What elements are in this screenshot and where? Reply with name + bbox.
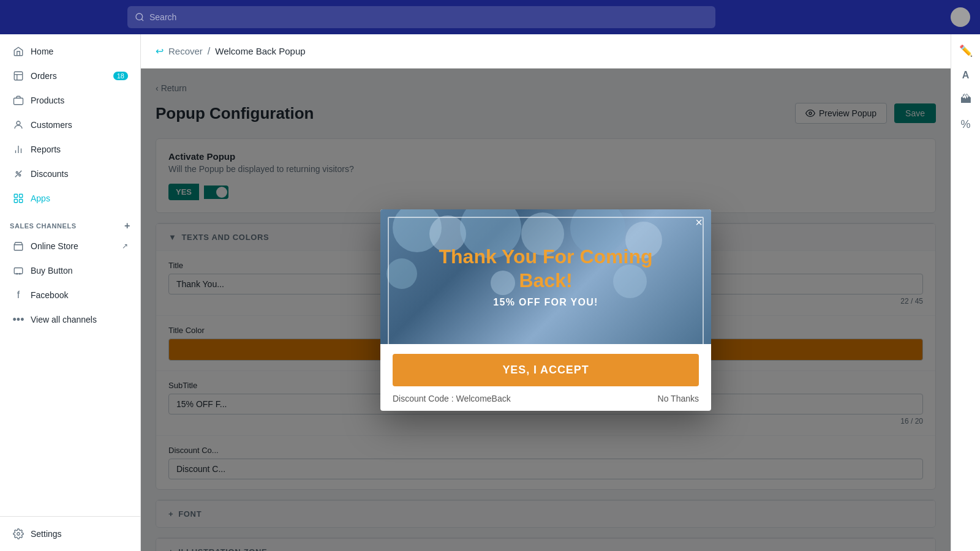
font-icon[interactable]: A: [962, 70, 970, 81]
external-link-icon[interactable]: ↗: [122, 242, 128, 250]
sidebar-item-orders[interactable]: Orders 18: [2, 64, 138, 88]
modal-discount-label: Discount Code : WelcomeBack: [393, 394, 511, 403]
sidebar-item-facebook-label: Facebook: [31, 290, 68, 300]
top-bar: [0, 0, 980, 34]
svg-point-10: [16, 171, 18, 173]
edit-icon[interactable]: ✏️: [959, 44, 973, 58]
modal-no-thanks-button[interactable]: No Thanks: [658, 394, 699, 403]
customers-icon: [12, 119, 24, 131]
sidebar-item-reports[interactable]: Reports: [2, 137, 138, 162]
svg-rect-14: [20, 194, 23, 197]
breadcrumb-current: Welcome Back Popup: [215, 46, 305, 56]
svg-point-0: [136, 13, 143, 20]
modal-body: YES, I ACCEPT: [380, 344, 711, 386]
settings-icon: [12, 528, 24, 540]
sidebar-item-apps-label: Apps: [31, 193, 50, 203]
svg-point-11: [19, 174, 21, 176]
modal-close-button[interactable]: ×: [695, 216, 703, 230]
svg-rect-5: [14, 98, 23, 105]
svg-rect-13: [14, 194, 17, 197]
avatar: [951, 7, 970, 27]
svg-rect-17: [14, 268, 23, 274]
modal-overlay[interactable]: × Thank: [141, 69, 951, 551]
discounts-icon: [12, 168, 24, 180]
orders-icon: [12, 70, 24, 82]
sidebar-item-discounts-label: Discounts: [31, 169, 68, 179]
sidebar-item-apps[interactable]: Apps: [2, 186, 138, 211]
breadcrumb-separator: /: [208, 46, 210, 57]
online-store-icon: [12, 240, 24, 252]
sidebar-item-facebook[interactable]: f Facebook: [2, 283, 138, 307]
sidebar-item-buy-button-label: Buy Button: [31, 266, 73, 276]
add-channel-button[interactable]: +: [124, 220, 130, 231]
sidebar-item-buy-button[interactable]: Buy Button: [2, 258, 138, 283]
sidebar-item-online-store-label: Online Store: [31, 241, 78, 251]
svg-point-20: [17, 533, 20, 536]
svg-rect-15: [14, 200, 17, 203]
illustration-icon[interactable]: 🏔: [960, 93, 971, 106]
recover-icon: ↩: [156, 45, 164, 57]
sales-channels-title: SALES CHANNELS: [10, 222, 77, 230]
search-bar[interactable]: [127, 6, 715, 28]
sidebar-item-orders-label: Orders: [31, 71, 57, 81]
facebook-icon: f: [12, 289, 24, 301]
svg-rect-2: [14, 72, 23, 80]
breadcrumb-recover-link[interactable]: Recover: [168, 46, 203, 56]
sidebar-item-products-label: Products: [31, 96, 64, 105]
right-sidebar: ✏️ A 🏔 %: [951, 34, 980, 551]
page-content: ‹ Return Popup Configuration Preview Pop…: [141, 69, 951, 551]
sidebar-item-home[interactable]: Home: [2, 39, 138, 64]
sidebar-item-settings-label: Settings: [31, 529, 62, 539]
apps-icon: [12, 192, 24, 204]
buy-button-icon: [12, 264, 24, 277]
reports-icon: [12, 143, 24, 156]
modal-subtitle: 15% OFF FOR YOU!: [493, 297, 598, 308]
orders-badge: 18: [113, 72, 128, 80]
sidebar-item-discounts[interactable]: Discounts: [2, 162, 138, 186]
view-all-channels-label: View all channels: [31, 315, 97, 324]
home-icon: [12, 45, 24, 58]
sidebar: Home Orders 18 Products Customers: [0, 34, 141, 551]
svg-point-18: [17, 274, 18, 275]
ellipsis-icon: •••: [12, 313, 24, 326]
content-area: ↩ Recover / Welcome Back Popup ‹ Return …: [141, 34, 951, 551]
sidebar-item-products[interactable]: Products: [2, 88, 138, 113]
svg-rect-16: [20, 200, 23, 203]
modal-title: Thank You For ComingBack!: [426, 245, 665, 292]
sidebar-item-settings[interactable]: Settings: [2, 522, 138, 546]
svg-point-19: [20, 274, 21, 275]
products-icon: [12, 94, 24, 107]
sidebar-item-home-label: Home: [31, 47, 53, 56]
sidebar-item-customers-label: Customers: [31, 120, 72, 130]
sidebar-item-reports-label: Reports: [31, 144, 61, 154]
search-icon: [135, 12, 145, 22]
view-all-channels-item[interactable]: ••• View all channels: [2, 307, 138, 332]
modal-footer: Discount Code : WelcomeBack No Thanks: [380, 386, 711, 411]
modal-image-area: Thank You For ComingBack! 15% OFF FOR YO…: [380, 209, 711, 344]
discount-percent-icon[interactable]: %: [960, 118, 970, 131]
preview-modal: × Thank: [380, 209, 711, 411]
sidebar-item-customers[interactable]: Customers: [2, 113, 138, 137]
sales-channels-section: SALES CHANNELS +: [0, 211, 140, 234]
sidebar-item-online-store[interactable]: Online Store ↗: [2, 234, 138, 258]
breadcrumb: ↩ Recover / Welcome Back Popup: [141, 34, 951, 69]
modal-accept-button[interactable]: YES, I ACCEPT: [393, 354, 699, 386]
search-input[interactable]: [149, 12, 708, 22]
svg-point-6: [17, 121, 20, 125]
svg-line-1: [141, 19, 143, 21]
